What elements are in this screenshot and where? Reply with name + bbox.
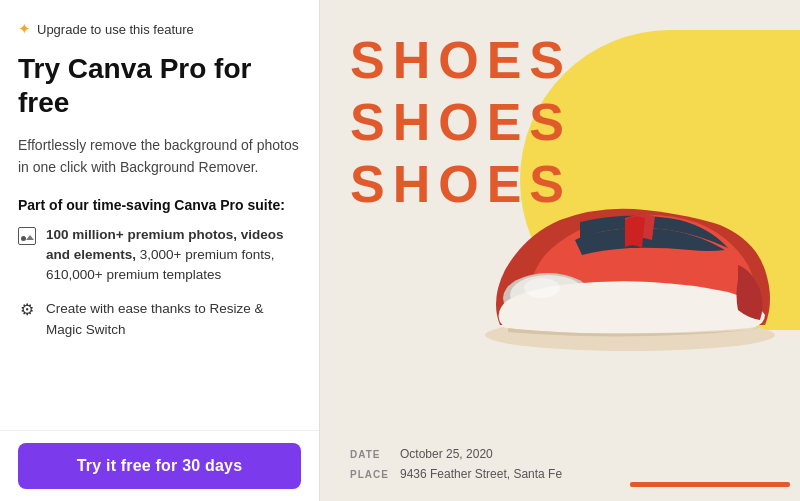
- main-title: Try Canva Pro for free: [18, 52, 301, 119]
- upgrade-badge: ✦ Upgrade to use this feature: [18, 20, 301, 38]
- shoes-line-1: SHOES: [350, 30, 572, 90]
- feature-text-resize: Create with ease thanks to Resize & Magi…: [46, 299, 301, 340]
- feature-item-photos: 100 million+ premium photos, videos and …: [18, 225, 301, 286]
- left-panel: ✦ Upgrade to use this feature Try Canva …: [0, 0, 320, 501]
- image-icon: [18, 227, 36, 245]
- suite-title: Part of our time-saving Canva Pro suite:: [18, 197, 301, 213]
- date-value: October 25, 2020: [400, 447, 493, 461]
- date-label: DATE: [350, 449, 390, 460]
- svg-point-3: [524, 278, 560, 298]
- try-free-button[interactable]: Try it free for 30 days: [18, 443, 301, 489]
- cta-bar: Try it free for 30 days: [0, 430, 319, 501]
- bottom-info: DATE October 25, 2020 PLACE 9436 Feather…: [350, 447, 562, 481]
- right-panel: SHOES SHOES SHOES: [320, 0, 800, 501]
- date-row: DATE October 25, 2020: [350, 447, 562, 461]
- upgrade-badge-text: Upgrade to use this feature: [37, 22, 194, 37]
- orange-line-decoration: [630, 482, 790, 487]
- star-icon: ✦: [18, 20, 31, 38]
- resize-icon: ⚙: [18, 301, 36, 319]
- description-text: Effortlessly remove the background of ph…: [18, 135, 301, 178]
- place-label: PLACE: [350, 469, 390, 480]
- feature-item-resize: ⚙ Create with ease thanks to Resize & Ma…: [18, 299, 301, 340]
- left-content: ✦ Upgrade to use this feature Try Canva …: [0, 0, 319, 430]
- feature-text-photos: 100 million+ premium photos, videos and …: [46, 225, 301, 286]
- shoe-image: [470, 140, 790, 360]
- place-row: PLACE 9436 Feather Street, Santa Fe: [350, 467, 562, 481]
- feature-list: 100 million+ premium photos, videos and …: [18, 225, 301, 340]
- place-value: 9436 Feather Street, Santa Fe: [400, 467, 562, 481]
